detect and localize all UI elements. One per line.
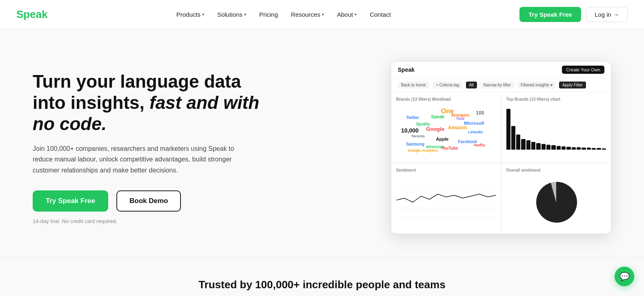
bar-chart-bar — [531, 142, 535, 150]
dash-cell-title-barchart: Top Brands (13 filters) chart — [506, 97, 606, 102]
line-chart — [396, 176, 496, 221]
bar-chart-bar — [572, 147, 576, 150]
nav-links: Products ▾ Solutions ▾ Pricing Resources… — [171, 8, 397, 21]
chevron-down-icon: ▾ — [354, 12, 357, 17]
word-cloud-word: Microsoft — [464, 121, 484, 126]
nav-solutions[interactable]: Solutions ▾ — [212, 8, 252, 21]
chat-widget[interactable]: 💬 — [615, 267, 634, 286]
bar-chart-bar — [562, 146, 566, 150]
word-cloud-word: Netflix — [474, 143, 486, 147]
dash-logo: Speak — [398, 66, 414, 73]
toolbar-item-2[interactable]: + Criteria tag — [432, 82, 463, 88]
hero-left: Turn your language data into insights, f… — [33, 71, 261, 224]
dash-cell-title-piechart: Overall sentiment — [506, 168, 606, 172]
bar-chart — [506, 105, 606, 150]
nav-cta-button[interactable]: Try Speak Free — [519, 7, 581, 22]
bar-chart-bar — [511, 126, 515, 150]
word-cloud-word: YouTube — [441, 146, 458, 150]
toolbar-item-5[interactable]: Filtered insights ▾ — [517, 82, 556, 88]
word-cloud-word: Google Analytics — [408, 148, 438, 152]
chat-icon: 💬 — [619, 272, 630, 281]
hero-buttons: Try Speak Free Book Demo — [33, 190, 261, 212]
nav-pricing[interactable]: Pricing — [254, 8, 284, 21]
dash-grid: Brands (13 filters) Wordload OneTwitterS… — [391, 92, 611, 234]
trusted-section: Trusted by 100,000+ incredible people an… — [0, 258, 644, 296]
word-cloud-word: 100 — [476, 110, 484, 116]
word-cloud-word: 10,000 — [401, 127, 419, 134]
bar-chart-bar — [566, 147, 570, 150]
navigation: Speak Products ▾ Solutions ▾ Pricing Res… — [0, 0, 644, 29]
word-cloud-word: Time — [456, 117, 465, 121]
pie-wrapper — [506, 176, 606, 229]
nav-contact[interactable]: Contact — [364, 8, 397, 21]
bar-chart-bar — [582, 148, 586, 150]
word-cloud-word: Speak — [431, 114, 444, 119]
toolbar-item-6[interactable]: Apply Filter — [559, 82, 586, 88]
bar-chart-bar — [521, 139, 525, 150]
dash-cell-piechart: Overall sentiment — [501, 163, 611, 234]
word-cloud-word: Apple — [436, 137, 449, 141]
trusted-title: Trusted by 100,000+ incredible people an… — [16, 278, 628, 291]
bar-chart-bar — [587, 148, 591, 150]
brand-logo[interactable]: Speak — [16, 8, 48, 21]
bar-chart-bar — [597, 148, 601, 150]
dash-cell-linechart: Sentiment — [391, 163, 501, 234]
dash-header: Speak Create Your Own — [391, 62, 611, 78]
bar-chart-bar — [546, 145, 550, 150]
word-cloud-word: Google — [426, 126, 444, 132]
bar-chart-bar — [602, 148, 606, 150]
nav-products[interactable]: Products ▾ — [171, 8, 210, 21]
bar-chart-bar — [516, 135, 520, 150]
word-cloud-word: Spotify — [416, 122, 430, 126]
word-cloud-word: Twitter — [406, 115, 419, 120]
toolbar-item-1[interactable]: Back to home — [398, 82, 429, 88]
dash-cell-barchart: Top Brands (13 filters) chart — [501, 92, 611, 163]
line-chart-svg — [396, 176, 496, 221]
hero-title: Turn your language data into insights, f… — [33, 71, 261, 135]
chevron-down-icon: ▾ — [202, 12, 204, 17]
hero-right: Speak Create Your Own Back to home + Cri… — [391, 61, 611, 234]
dash-create-button[interactable]: Create Your Own — [562, 66, 604, 74]
dash-cell-title-linechart: Sentiment — [396, 168, 496, 172]
word-cloud-word: LinkedIn — [468, 130, 483, 134]
dash-cell-title-wordcloud: Brands (13 filters) Wordload — [396, 97, 496, 102]
bar-chart-bar — [551, 145, 555, 150]
dashboard-preview: Speak Create Your Own Back to home + Cri… — [391, 61, 611, 234]
bar-chart-bar — [577, 147, 581, 150]
book-demo-button[interactable]: Book Demo — [116, 190, 181, 212]
bar-chart-bar — [526, 140, 530, 150]
bar-chart-bar — [557, 146, 561, 150]
chevron-down-icon: ▾ — [322, 12, 324, 17]
bar-chart-bar — [506, 109, 510, 150]
bar-chart-bar — [536, 143, 540, 150]
word-cloud-word: Samsung — [406, 142, 424, 146]
trial-note: 14-day trial. No credit card required. — [33, 218, 261, 224]
word-cloud: OneTwitterSpeakAvengers100GoogleAmazonMi… — [396, 105, 496, 158]
word-cloud-word: Amazon — [448, 125, 467, 130]
pie-chart-svg — [534, 180, 579, 225]
hero-cta-button[interactable]: Try Speak Free — [33, 190, 108, 212]
dash-cell-wordcloud: Brands (13 filters) Wordload OneTwitterS… — [391, 92, 501, 163]
hero-section: Turn your language data into insights, f… — [0, 29, 644, 258]
toolbar-item-3[interactable]: All — [466, 82, 477, 88]
bar-chart-bar — [592, 148, 596, 150]
hero-description: Join 100,000+ companies, researchers and… — [33, 144, 245, 176]
nav-about[interactable]: About ▾ — [331, 8, 362, 21]
word-cloud-word: Toronto — [411, 134, 425, 138]
nav-resources[interactable]: Resources ▾ — [285, 8, 330, 21]
nav-actions: Try Speak Free Log in → — [519, 7, 628, 22]
login-button[interactable]: Log in → — [586, 7, 628, 22]
bar-chart-bar — [541, 144, 546, 150]
toolbar-item-4[interactable]: Narrow by filter — [480, 82, 514, 88]
chevron-down-icon: ▾ — [244, 12, 246, 17]
dash-toolbar: Back to home + Criteria tag All Narrow b… — [391, 78, 611, 92]
